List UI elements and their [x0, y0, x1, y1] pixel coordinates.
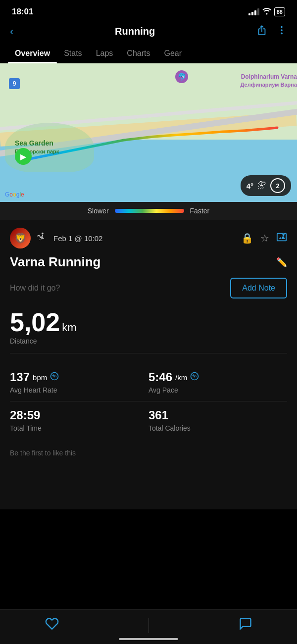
- distance-stat: 5,02km Distance: [10, 309, 287, 353]
- google-attribution: Google: [5, 191, 24, 198]
- weather-number: 2: [270, 178, 285, 193]
- map-view: ▶ Sea Garden Приморски парк 9 🐬 Dolphina…: [0, 63, 297, 202]
- meta-actions: 🔒 ☆: [241, 232, 287, 245]
- tab-laps[interactable]: Laps: [89, 44, 120, 63]
- like-button[interactable]: [45, 617, 59, 634]
- signal-icon: [248, 8, 259, 15]
- calories-value: 361: [148, 408, 287, 422]
- distance-label: Distance: [10, 337, 287, 345]
- note-placeholder: How did it go?: [10, 284, 60, 293]
- activity-meta: 🦁 Feb 1 @ 10:02 🔒 ☆: [10, 228, 287, 248]
- svg-point-1: [281, 29, 283, 31]
- pace-slower-label: Slower: [88, 207, 109, 215]
- heart-rate-icon: [50, 372, 59, 383]
- svg-point-2: [281, 33, 283, 35]
- pace-icon: [190, 372, 199, 383]
- activity-date: Feb 1 @ 10:02: [53, 234, 102, 243]
- svg-point-0: [281, 26, 283, 28]
- pace-label: Avg Pace: [148, 386, 287, 394]
- edit-icon[interactable]: ✏️: [276, 257, 287, 268]
- home-indicator: [119, 638, 178, 640]
- battery-indicator: 88: [274, 7, 285, 16]
- weather-cloud-icon: ⛈: [257, 181, 266, 191]
- dolphin-marker: 🐬: [175, 70, 188, 83]
- start-marker: ▶: [15, 148, 32, 165]
- add-photo-icon[interactable]: [276, 232, 287, 245]
- pace-value: 5:46 /km: [148, 370, 287, 384]
- note-row: How did it go? Add Note: [10, 278, 287, 298]
- stats-grid: 137 bpm Avg Heart Rate 5:46 /km: [10, 363, 287, 439]
- heart-rate-value: 137 bpm: [10, 370, 139, 384]
- status-time: 18:01: [12, 7, 33, 17]
- page-title: Running: [115, 26, 155, 37]
- lock-icon[interactable]: 🔒: [241, 232, 253, 244]
- star-icon[interactable]: ☆: [260, 232, 269, 244]
- pace-faster-label: Faster: [190, 207, 210, 215]
- time-cell: 28:59 Total Time: [10, 401, 148, 439]
- add-note-button[interactable]: Add Note: [230, 278, 287, 298]
- time-label: Total Time: [10, 424, 139, 432]
- nav-divider: [148, 618, 149, 633]
- like-section: Be the first to like this: [10, 439, 287, 462]
- road-badge: 9: [9, 78, 20, 89]
- dolphin-label: Dolphinarium Varna Делфинариум Варна: [241, 73, 297, 88]
- heart-rate-cell: 137 bpm Avg Heart Rate: [10, 363, 148, 401]
- header-actions: [256, 25, 287, 38]
- pace-legend: Slower Faster: [0, 202, 297, 220]
- run-icon: [37, 232, 48, 245]
- heart-rate-label: Avg Heart Rate: [10, 386, 139, 394]
- tab-stats[interactable]: Stats: [57, 44, 89, 63]
- tabs-bar: Overview Stats Laps Charts Gear: [0, 44, 297, 63]
- status-bar: 18:01 88: [0, 0, 297, 21]
- wifi-icon: [262, 8, 271, 16]
- pace-gradient-bar: [115, 209, 184, 213]
- activity-title-row: Varna Running ✏️: [10, 254, 287, 270]
- pace-cell: 5:46 /km Avg Pace: [148, 363, 287, 401]
- like-text: Be the first to like this: [10, 449, 76, 457]
- tab-charts[interactable]: Charts: [120, 44, 157, 63]
- comment-button[interactable]: [239, 617, 252, 634]
- time-value: 28:59: [10, 408, 139, 422]
- share-icon[interactable]: [256, 25, 267, 38]
- distance-value: 5,02km: [10, 309, 287, 335]
- tab-gear[interactable]: Gear: [157, 44, 189, 63]
- back-button[interactable]: ‹: [10, 25, 13, 38]
- calories-cell: 361 Total Calories: [148, 401, 287, 439]
- header: ‹ Running: [0, 21, 297, 44]
- calories-label: Total Calories: [148, 424, 287, 432]
- activity-content: 🦁 Feb 1 @ 10:02 🔒 ☆ Varna Running ✏️ How…: [0, 220, 297, 470]
- more-options-icon[interactable]: [276, 25, 287, 38]
- svg-point-3: [42, 232, 44, 234]
- map-background: ▶ Sea Garden Приморски парк 9 🐬 Dolphina…: [0, 63, 297, 202]
- avatar: 🦁: [10, 228, 31, 248]
- tab-overview[interactable]: Overview: [8, 44, 57, 63]
- activity-title: Varna Running: [10, 254, 100, 270]
- status-icons: 88: [248, 7, 285, 16]
- weather-widget: 4° ⛈ 2: [241, 175, 291, 196]
